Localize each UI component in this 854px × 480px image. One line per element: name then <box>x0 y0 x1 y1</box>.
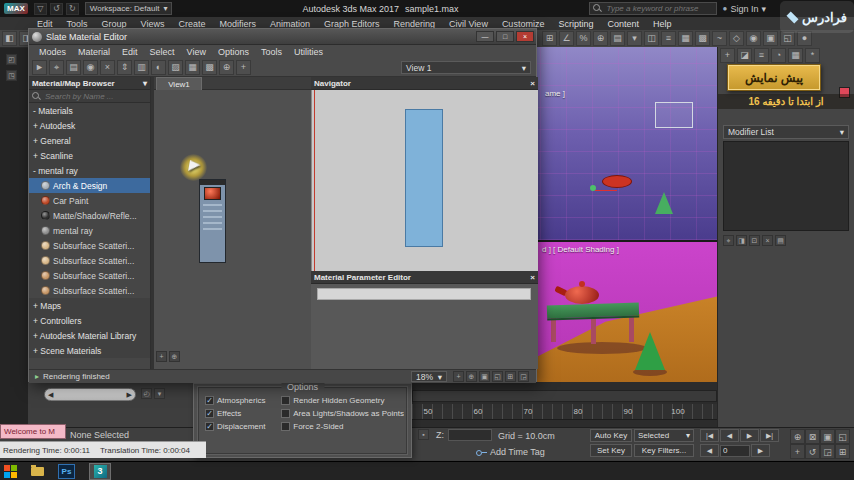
track-bar-band[interactable] <box>412 390 717 402</box>
navigator-header[interactable]: Navigator × <box>311 77 538 90</box>
render-setup-icon[interactable]: ▣ <box>763 31 778 46</box>
slate-menu-tools[interactable]: Tools <box>255 47 288 57</box>
track-bar-filter-icon[interactable]: ▾ <box>154 388 165 399</box>
checkbox-icon[interactable]: ✓ <box>205 409 214 418</box>
browser-group-materials[interactable]: - Materials <box>29 103 150 118</box>
param-editor-header[interactable]: Material Parameter Editor × <box>311 271 538 284</box>
curve-editor-icon[interactable]: ~ <box>712 31 727 46</box>
layout-children-icon[interactable]: ▩ <box>202 60 217 75</box>
grid-toggle-icon[interactable]: ⊞ <box>835 444 850 459</box>
next-frame-button[interactable]: ▶ <box>751 444 770 457</box>
select-tool-icon[interactable]: ► <box>32 60 47 75</box>
browser-item-mental-ray[interactable]: mental ray <box>29 223 150 238</box>
menu-item-rendering[interactable]: Rendering <box>387 19 443 29</box>
browser-item-subsurface-scatteri[interactable]: Subsurface Scatteri... <box>29 283 150 298</box>
modify-tab-icon[interactable]: ◪ <box>737 48 752 63</box>
material-node[interactable] <box>199 179 226 263</box>
modifier-list-dropdown[interactable]: Modifier List ▾ <box>723 125 849 139</box>
status-zoom-region-icon[interactable]: ◱ <box>492 371 503 382</box>
create-tab-icon[interactable]: + <box>720 48 735 63</box>
scene-sphere-wire[interactable] <box>590 185 596 191</box>
pick-material-from-object-icon[interactable]: ⌖ <box>49 60 64 75</box>
menu-item-civil-view[interactable]: Civil View <box>442 19 495 29</box>
show-background-icon[interactable]: ▨ <box>168 60 183 75</box>
browser-header[interactable]: Material/Map Browser ▾ <box>29 77 150 90</box>
orbit-icon[interactable]: ↺ <box>805 444 820 459</box>
assign-material-to-selection-icon[interactable]: ◉ <box>83 60 98 75</box>
slate-titlebar[interactable]: Slate Material Editor — □ × <box>29 29 536 45</box>
menu-item-views[interactable]: Views <box>134 19 172 29</box>
menu-item-animation[interactable]: Animation <box>263 19 317 29</box>
zoom-tool-icon[interactable]: ⊕ <box>219 60 234 75</box>
undo-icon[interactable]: ↺ <box>50 3 63 15</box>
app-logo-icon[interactable]: MAX <box>4 3 28 14</box>
menu-item-help[interactable]: Help <box>646 19 679 29</box>
maximize-viewport-icon[interactable]: ◲ <box>820 444 835 459</box>
menu-item-content[interactable]: Content <box>600 19 646 29</box>
scene-explorer-icon[interactable]: ▩ <box>695 31 710 46</box>
percent-snap-icon[interactable]: % <box>576 31 591 46</box>
canvas-zoom-icon[interactable]: ⊕ <box>169 351 180 362</box>
z-coordinate-field[interactable] <box>448 429 492 441</box>
minimize-button[interactable]: — <box>476 31 494 42</box>
layer-manager-icon[interactable]: ▦ <box>678 31 693 46</box>
slate-menu-material[interactable]: Material <box>72 47 116 57</box>
hierarchy-tab-icon[interactable]: ≡ <box>754 48 769 63</box>
navigator-view-rect[interactable] <box>405 109 443 247</box>
node-slot[interactable] <box>203 222 222 224</box>
navigator-body[interactable] <box>311 90 538 271</box>
go-to-start-button[interactable]: |◀ <box>700 429 719 442</box>
browser-group-scene-materials[interactable]: + Scene Materials <box>29 343 150 358</box>
sign-in-button[interactable]: ● Sign In ▾ <box>723 4 766 14</box>
workspace-selector[interactable]: Workspace: Default ▾ <box>85 2 173 15</box>
node-slot[interactable] <box>203 228 222 230</box>
selection-set-dropdown[interactable]: Selected ▾ <box>634 429 694 442</box>
zoom-extents-icon[interactable]: ▣ <box>820 429 835 444</box>
put-to-library-icon[interactable]: ▤ <box>66 60 81 75</box>
scene-table[interactable] <box>547 302 639 320</box>
remove-modifier-icon[interactable]: × <box>762 235 773 246</box>
menu-item-modifiers[interactable]: Modifiers <box>212 19 263 29</box>
play-button[interactable]: ▶ <box>740 429 759 442</box>
close-button[interactable]: × <box>516 31 534 42</box>
browser-item-subsurface-scatteri[interactable]: Subsurface Scatteri... <box>29 238 150 253</box>
checkbox-icon[interactable]: ✓ <box>205 422 214 431</box>
menu-item-customize[interactable]: Customize <box>495 19 552 29</box>
go-to-end-button[interactable]: ▶| <box>760 429 779 442</box>
auto-key-button[interactable]: Auto Key <box>590 429 632 442</box>
previous-key-button[interactable]: ◀ <box>720 429 739 442</box>
slate-menu-edit[interactable]: Edit <box>116 47 144 57</box>
render-production-icon[interactable]: ● <box>797 31 812 46</box>
menu-item-graph-editors[interactable]: Graph Editors <box>317 19 387 29</box>
status-zoom-icon[interactable]: ⊕ <box>466 371 477 382</box>
menu-item-scripting[interactable]: Scripting <box>551 19 600 29</box>
view-selector-dropdown[interactable]: View 1 ▾ <box>401 61 531 74</box>
add-time-tag[interactable]: Add Time Tag <box>476 447 545 457</box>
browser-item-arch-design[interactable]: Arch & Design <box>29 178 150 193</box>
checkbox-icon[interactable] <box>281 396 290 405</box>
camera-viewport-label[interactable]: d ] [ Default Shading ] <box>542 245 619 254</box>
photoshop-icon[interactable]: Ps <box>58 464 75 479</box>
layout-tab-icon[interactable]: ◳ <box>6 70 17 81</box>
slate-menu-options[interactable]: Options <box>212 47 255 57</box>
track-bar[interactable]: 5060708090100 <box>412 382 717 427</box>
modifier-stack[interactable] <box>723 141 849 231</box>
maximize-button[interactable]: □ <box>496 31 514 42</box>
show-end-result-icon[interactable]: ◨ <box>736 235 747 246</box>
render-option-effects[interactable]: ✓Effects <box>205 409 277 418</box>
previous-frame-icon[interactable]: ◀ <box>48 391 53 399</box>
browser-group-general[interactable]: + General <box>29 133 150 148</box>
checkbox-icon[interactable] <box>281 409 290 418</box>
select-and-link-icon[interactable]: ◧ <box>2 31 17 46</box>
make-unique-icon[interactable]: ⊡ <box>749 235 760 246</box>
timeline-ruler[interactable]: 5060708090100 <box>412 404 717 420</box>
scene-cone[interactable] <box>635 332 665 370</box>
zoom-region-icon[interactable]: ◱ <box>835 429 850 444</box>
slate-menu-select[interactable]: Select <box>144 47 181 57</box>
maxscript-mini-listener[interactable]: Welcome to M <box>0 424 66 439</box>
set-key-button[interactable]: Set Key <box>590 444 632 457</box>
next-frame-icon[interactable]: ▶ <box>127 391 132 399</box>
viewport-layout-icon[interactable]: ◰ <box>6 54 17 65</box>
global-search[interactable] <box>589 2 717 15</box>
checkbox-icon[interactable] <box>281 422 290 431</box>
